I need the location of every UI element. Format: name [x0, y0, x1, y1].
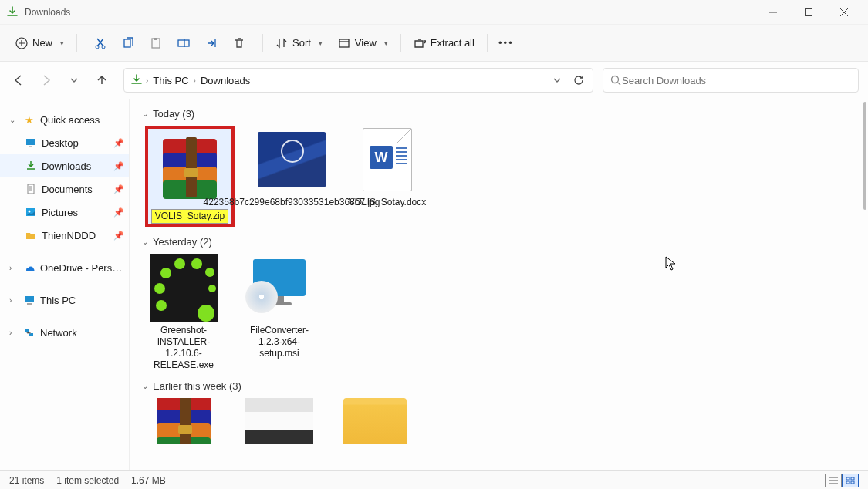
ellipsis-icon: •••	[500, 37, 512, 49]
sort-icon	[275, 37, 288, 49]
cut-icon	[94, 37, 106, 49]
view-button[interactable]: View ▾	[332, 32, 394, 54]
chevron-down-icon: ⌄	[9, 116, 19, 124]
file-item[interactable]	[145, 398, 222, 447]
refresh-button[interactable]	[568, 69, 589, 91]
toolbar: New ▾ Sort ▾ View ▾ Extract all •••	[0, 25, 868, 62]
sidebar-item-label: Documents	[42, 184, 109, 195]
sidebar-item-documents[interactable]: Documents 📌	[0, 177, 129, 201]
sidebar-item-quick-access[interactable]: ⌄ ★ Quick access	[0, 108, 129, 131]
icons-view-button[interactable]	[842, 474, 859, 487]
sort-label: Sort	[292, 37, 311, 49]
file-item[interactable]	[336, 398, 414, 447]
share-button[interactable]	[199, 32, 224, 54]
sidebar-item-pictures[interactable]: Pictures 📌	[0, 201, 129, 224]
new-button[interactable]: New ▾	[9, 32, 70, 54]
search-box[interactable]	[603, 68, 859, 93]
file-list[interactable]: ⌄ Today (3) VOLIS_Sotay.zip 422358b7c299…	[130, 99, 868, 470]
titlebar: Downloads	[0, 0, 868, 25]
svg-rect-15	[25, 329, 29, 332]
file-item[interactable]: 422358b7c299e68bf93033531eb368b7.jpg	[253, 126, 330, 227]
scrollbar[interactable]	[863, 102, 866, 210]
sidebar: ⌄ ★ Quick access Desktop 📌 Downloads 📌 D…	[0, 99, 130, 470]
search-icon	[610, 74, 622, 86]
recent-dropdown[interactable]	[65, 71, 83, 89]
new-label: New	[32, 37, 52, 49]
chevron-down-icon: ⌄	[142, 110, 148, 118]
chevron-down-icon: ▾	[60, 39, 64, 47]
chevron-right-icon: ›	[146, 76, 148, 85]
extract-label: Extract all	[431, 37, 475, 49]
svg-rect-14	[25, 296, 34, 302]
navigation-row: › This PC › Downloads	[0, 62, 868, 99]
svg-rect-8	[339, 39, 349, 47]
sidebar-item-label: Pictures	[42, 207, 109, 218]
group-label: Earlier this week (3)	[153, 380, 241, 392]
up-button[interactable]	[93, 71, 111, 89]
sidebar-item-desktop[interactable]: Desktop 📌	[0, 131, 129, 154]
address-dropdown[interactable]	[546, 69, 568, 91]
file-label: Greenshot-INSTALLER-1.2.10.6-RELEASE.exe	[145, 325, 222, 371]
file-item[interactable]: W VOLIS_Sotay.docx	[349, 126, 426, 227]
sidebar-item-onedrive[interactable]: › OneDrive - Personal	[0, 256, 129, 279]
archive-icon	[158, 136, 221, 199]
sidebar-item-thispc[interactable]: › This PC	[0, 288, 129, 312]
share-icon	[205, 37, 218, 49]
svg-rect-19	[846, 481, 849, 484]
file-item[interactable]: FileConverter-1.2.3-x64-setup.msi	[241, 254, 318, 371]
cut-button[interactable]	[88, 32, 113, 54]
details-view-button[interactable]	[825, 474, 842, 487]
extract-all-button[interactable]: Extract all	[407, 32, 481, 54]
search-input[interactable]	[622, 75, 852, 86]
chevron-right-icon: ›	[9, 264, 19, 272]
desktop-icon	[25, 137, 37, 149]
sort-button[interactable]: Sort ▾	[269, 32, 329, 54]
minimize-button[interactable]	[755, 0, 791, 25]
paste-button[interactable]	[144, 32, 168, 54]
status-count: 21 items	[9, 475, 44, 486]
group-header-yesterday[interactable]: ⌄ Yesterday (2)	[142, 236, 856, 248]
pin-icon: 📌	[113, 231, 123, 241]
file-item[interactable]	[241, 398, 318, 447]
view-icon	[338, 37, 350, 49]
chevron-down-icon: ⌄	[142, 238, 148, 246]
close-button[interactable]	[826, 0, 862, 25]
file-item[interactable]: Greenshot-INSTALLER-1.2.10.6-RELEASE.exe	[145, 254, 222, 371]
forward-button[interactable]	[37, 71, 56, 89]
chevron-right-icon: ›	[194, 76, 196, 85]
chevron-right-icon: ›	[9, 296, 19, 305]
group-header-today[interactable]: ⌄ Today (3)	[142, 108, 856, 120]
sidebar-item-label: ThienNDDD	[42, 230, 109, 241]
svg-rect-11	[28, 184, 34, 194]
back-button[interactable]	[9, 71, 28, 89]
sidebar-item-label: This PC	[40, 295, 123, 306]
maximize-button[interactable]	[791, 0, 826, 25]
delete-button[interactable]	[227, 32, 252, 54]
breadcrumb-root[interactable]: This PC	[153, 75, 188, 86]
copy-button[interactable]	[116, 32, 140, 54]
image-thumb-icon	[258, 132, 326, 187]
group-label: Yesterday (2)	[153, 236, 212, 248]
file-item-selected[interactable]: VOLIS_Sotay.zip	[145, 126, 235, 227]
downloads-app-icon	[6, 6, 19, 19]
window-title: Downloads	[25, 7, 755, 18]
sidebar-item-thiennddd[interactable]: ThienNDDD 📌	[0, 224, 129, 247]
chevron-down-icon: ▾	[384, 39, 388, 47]
delete-icon	[233, 37, 245, 49]
svg-point-13	[29, 211, 31, 213]
file-label: VOLIS_Sotay.docx	[349, 197, 427, 208]
sidebar-item-downloads[interactable]: Downloads 📌	[0, 154, 129, 177]
address-bar[interactable]: › This PC › Downloads	[123, 68, 593, 93]
archive-icon	[152, 398, 215, 444]
status-selected: 1 item selected	[56, 475, 119, 486]
group-header-earlier-week[interactable]: ⌄ Earlier this week (3)	[142, 380, 856, 392]
view-toggle	[825, 474, 859, 487]
pictures-icon	[25, 206, 37, 218]
status-size: 1.67 MB	[131, 475, 166, 486]
folder-icon	[343, 398, 407, 444]
breadcrumb-current[interactable]: Downloads	[201, 75, 250, 86]
more-button[interactable]: •••	[494, 32, 518, 54]
rename-button[interactable]	[171, 32, 196, 54]
sidebar-item-network[interactable]: › Network	[0, 321, 129, 344]
view-label: View	[355, 37, 377, 49]
